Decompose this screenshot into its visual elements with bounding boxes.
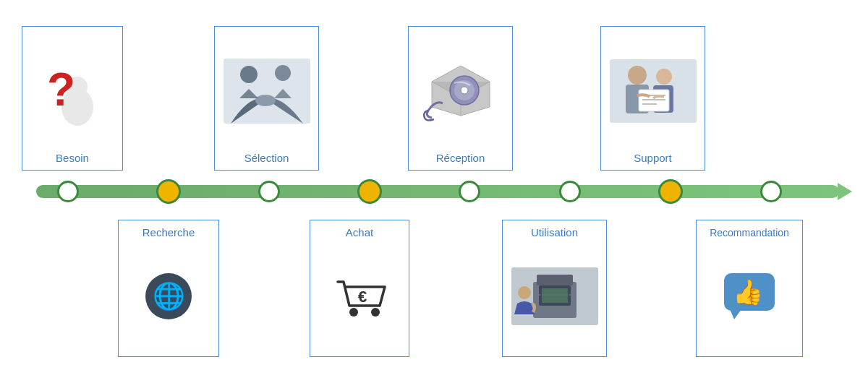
journey-diagram: ? Besoin Sélection xyxy=(14,12,854,358)
svg-point-27 xyxy=(518,286,531,299)
besoin-icon-area: ? xyxy=(27,31,118,150)
svg-point-6 xyxy=(255,95,276,106)
globe-icon: 🌐 xyxy=(145,273,192,319)
recherche-icon-area: 🌐 xyxy=(123,240,214,352)
dot-7 xyxy=(658,179,683,204)
achat-icon-area: € xyxy=(315,240,404,352)
recommandation-label: Recommandation xyxy=(710,225,789,241)
card-utilisation: Utilisation xyxy=(502,220,607,357)
svg-point-19 xyxy=(349,308,358,317)
card-achat: Achat € xyxy=(310,220,409,357)
card-support: Support xyxy=(600,26,705,171)
dot-4 xyxy=(357,179,382,204)
svg-text:👍: 👍 xyxy=(733,278,764,307)
support-people-icon xyxy=(610,59,697,123)
svg-point-5 xyxy=(275,65,291,81)
support-icon-area xyxy=(605,31,700,150)
recherche-label: Recherche xyxy=(142,225,195,240)
svg-rect-15 xyxy=(639,90,669,111)
question-person-icon: ? xyxy=(40,55,105,127)
card-besoin: ? Besoin xyxy=(22,26,123,171)
card-recherche: Recherche 🌐 xyxy=(118,220,219,357)
dot-2 xyxy=(156,179,181,204)
utilisation-photo-icon xyxy=(511,267,598,325)
thumbs-up-bubble-icon: 👍 xyxy=(721,270,778,322)
svg-point-4 xyxy=(240,66,258,83)
selection-label: Sélection xyxy=(244,150,289,165)
dot-8 xyxy=(760,181,782,202)
utilisation-label: Utilisation xyxy=(531,225,578,240)
svg-marker-31 xyxy=(730,309,741,319)
dot-5 xyxy=(459,181,480,202)
svg-point-20 xyxy=(371,308,380,317)
timeline-bar xyxy=(36,185,839,198)
reception-label: Réception xyxy=(436,150,485,165)
selection-icon-area xyxy=(219,31,314,150)
svg-rect-24 xyxy=(537,275,573,285)
svg-rect-3 xyxy=(224,59,310,124)
cart-euro-icon: € xyxy=(331,271,388,322)
dot-3 xyxy=(258,181,280,202)
utilisation-icon-area xyxy=(507,240,602,352)
recommandation-icon-area: 👍 xyxy=(701,241,798,352)
svg-rect-29 xyxy=(542,288,568,303)
svg-point-13 xyxy=(656,69,672,85)
disc-icon xyxy=(421,60,501,121)
svg-text:€: € xyxy=(358,288,367,306)
reception-icon-area xyxy=(413,31,508,150)
card-reception: Réception xyxy=(408,26,513,171)
dot-6 xyxy=(559,181,581,202)
svg-point-11 xyxy=(628,66,647,85)
card-recommandation: Recommandation 👍 xyxy=(696,220,803,357)
dot-1 xyxy=(57,181,79,202)
card-selection: Sélection xyxy=(214,26,319,171)
handshake-icon xyxy=(224,59,310,124)
besoin-label: Besoin xyxy=(56,150,89,165)
svg-text:?: ? xyxy=(47,64,75,116)
support-label: Support xyxy=(634,150,672,165)
svg-point-9 xyxy=(461,87,468,94)
achat-label: Achat xyxy=(346,225,373,240)
